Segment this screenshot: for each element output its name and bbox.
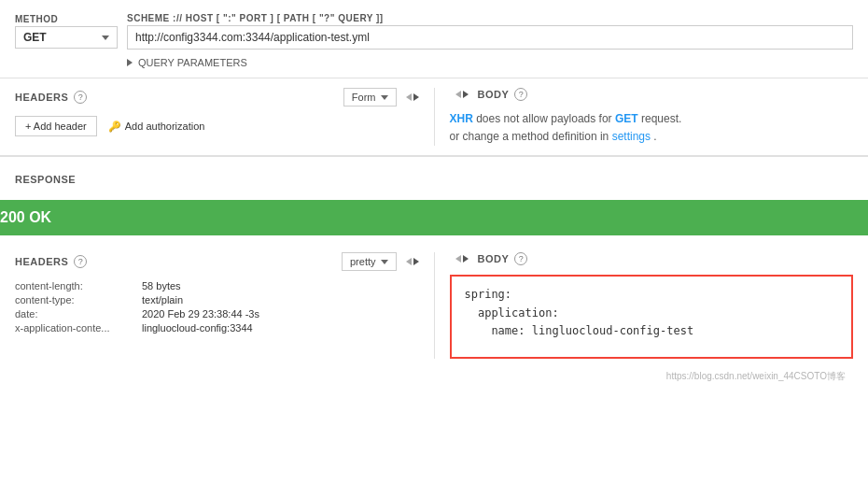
response-header-row: date: 2020 Feb 29 23:38:44 -3s xyxy=(15,308,419,320)
pretty-dropdown-label: pretty xyxy=(350,256,376,267)
add-auth-label: Add authorization xyxy=(125,121,205,132)
query-params-toggle[interactable]: QUERY PARAMETERS xyxy=(127,57,853,68)
header-key-content-length: content-length: xyxy=(15,280,136,291)
url-input[interactable] xyxy=(127,25,853,50)
method-value: GET xyxy=(23,31,96,44)
method-label: METHOD xyxy=(15,14,118,24)
response-body-title: BODY xyxy=(478,253,510,264)
body-nav-arrow-left-icon[interactable] xyxy=(455,91,461,98)
headers-section-title: HEADERS xyxy=(15,92,68,103)
body-message: XHR does not allow payloads for GET requ… xyxy=(450,110,854,146)
resp-nav-arrow-right-icon[interactable] xyxy=(413,258,419,265)
response-headers-help-icon[interactable]: ? xyxy=(74,255,87,268)
header-value-date: 2020 Feb 29 23:38:44 -3s xyxy=(142,308,259,320)
body-section-title: BODY xyxy=(478,89,510,100)
response-header-row: content-type: text/plain xyxy=(15,294,419,305)
body-help-icon[interactable]: ? xyxy=(514,88,527,101)
watermark: https://blog.csdn.net/weixin_44CSOTO博客 xyxy=(15,368,853,385)
response-headers-title: HEADERS xyxy=(15,256,68,267)
lock-icon: 🔑 xyxy=(108,121,121,133)
add-authorization-button[interactable]: 🔑 Add authorization xyxy=(108,121,205,133)
method-select[interactable]: GET xyxy=(15,26,118,49)
query-params-label: QUERY PARAMETERS xyxy=(138,57,247,68)
header-value-content-type: text/plain xyxy=(142,294,183,305)
header-value-x-application: lingluocloud-config:3344 xyxy=(142,322,253,334)
response-title: RESPONSE xyxy=(15,174,853,185)
scheme-label: SCHEME :// HOST [ ":" PORT ] [ PATH [ "?… xyxy=(127,13,853,23)
resp-body-nav-right-icon[interactable] xyxy=(463,255,469,263)
header-key-content-type: content-type: xyxy=(15,294,136,305)
status-bar: 200 OK xyxy=(0,200,868,235)
header-key-date: date: xyxy=(15,308,136,320)
get-link[interactable]: GET xyxy=(615,112,638,125)
settings-link[interactable]: settings xyxy=(612,130,651,143)
response-header-row: x-application-conte... lingluocloud-conf… xyxy=(15,322,419,334)
method-dropdown-arrow-icon xyxy=(102,36,109,40)
form-dropdown-label: Form xyxy=(352,92,376,103)
add-header-button[interactable]: + Add header xyxy=(15,116,97,136)
form-dropdown[interactable]: Form xyxy=(343,88,397,107)
nav-arrow-left-icon[interactable] xyxy=(406,93,412,101)
resp-body-nav-left-icon[interactable] xyxy=(455,255,461,263)
header-key-x-application: x-application-conte... xyxy=(15,322,136,334)
response-body-code: spring: application: name: lingluocloud-… xyxy=(450,275,854,359)
response-body-help-icon[interactable]: ? xyxy=(514,252,527,265)
xhr-label: XHR xyxy=(450,112,473,125)
header-value-content-length: 58 bytes xyxy=(142,280,181,291)
add-header-label: + Add header xyxy=(25,121,87,132)
body-nav-arrow-right-icon[interactable] xyxy=(463,91,469,98)
triangle-right-icon xyxy=(127,59,133,66)
pretty-dropdown[interactable]: pretty xyxy=(342,252,397,271)
resp-nav-arrow-left-icon[interactable] xyxy=(406,258,412,265)
pretty-dropdown-arrow-icon xyxy=(381,260,388,264)
headers-help-icon[interactable]: ? xyxy=(74,91,87,104)
response-headers-table: content-length: 58 bytes content-type: t… xyxy=(15,280,419,334)
form-dropdown-arrow-icon xyxy=(381,95,388,100)
nav-arrow-right-icon[interactable] xyxy=(413,93,419,101)
response-header-row: content-length: 58 bytes xyxy=(15,280,419,291)
